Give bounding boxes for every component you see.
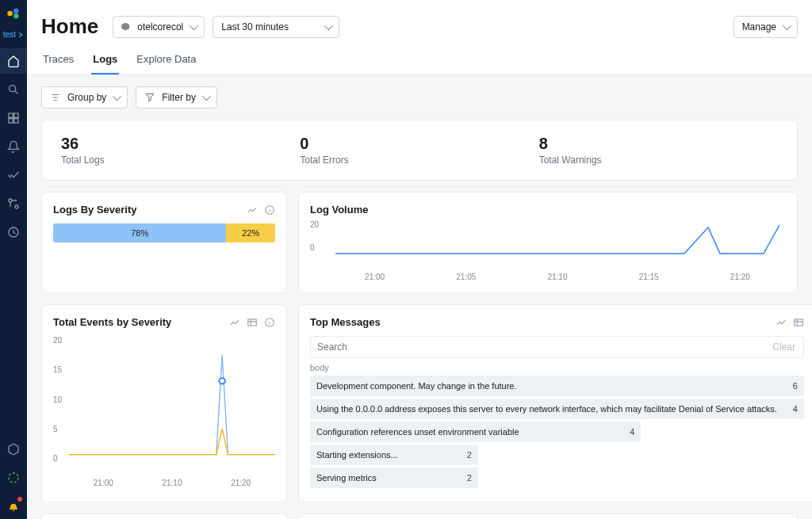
time-range-selector[interactable]: Last 30 minutes xyxy=(213,16,339,38)
stat-value: 36 xyxy=(61,135,300,153)
info-icon[interactable] xyxy=(264,204,275,216)
clear-button[interactable]: Clear xyxy=(764,337,803,357)
info-icon[interactable] xyxy=(264,317,275,328)
chevron-down-icon xyxy=(783,21,791,29)
topbar: Home otelcorecol Last 30 minutes Manage … xyxy=(27,0,812,75)
table-icon[interactable] xyxy=(247,317,258,328)
stat-label: Total Warnings xyxy=(539,155,778,166)
sidebar-item-home[interactable] xyxy=(0,48,27,74)
svg-rect-7 xyxy=(14,119,18,123)
tabs: Traces Logs Explore Data xyxy=(41,50,798,74)
sidebar-item-pipelines[interactable] xyxy=(0,191,27,216)
sidebar-item-slos[interactable] xyxy=(0,162,27,188)
hexagon-icon xyxy=(121,23,129,31)
filter-by-dropdown[interactable]: Filter by xyxy=(136,86,217,109)
severity-segment-warning[interactable]: 22% xyxy=(226,223,275,242)
message-count: 4 xyxy=(630,427,634,437)
y-tick: 0 xyxy=(53,454,62,463)
chart-icon[interactable] xyxy=(776,317,787,328)
sidebar-item-history[interactable] xyxy=(0,219,27,245)
group-by-dropdown[interactable]: Group by xyxy=(41,86,128,109)
chevron-down-icon xyxy=(202,92,211,101)
card-title: Logs By Severity xyxy=(53,204,137,216)
project-selector[interactable]: otelcorecol xyxy=(113,16,205,38)
message-count: 4 xyxy=(793,404,798,414)
message-text: Serving metrics xyxy=(316,473,393,483)
card-events-by-severity: Total Events by Severity 20 15 10 5 xyxy=(41,304,287,502)
x-tick: 21:15 xyxy=(639,273,659,281)
sidebar-item-datasets[interactable] xyxy=(0,437,27,462)
x-tick: 21:00 xyxy=(365,273,385,281)
tab-explore-data[interactable]: Explore Data xyxy=(135,50,197,74)
svg-point-1 xyxy=(13,8,19,13)
message-text: Configuration references unset environme… xyxy=(316,427,630,437)
search-input[interactable] xyxy=(311,337,764,357)
column-header: body xyxy=(310,363,804,372)
message-row[interactable]: Using the 0.0.0.0 address exposes this s… xyxy=(310,399,804,419)
severity-bar: 78% 22% xyxy=(53,223,275,242)
message-text: Development component. May change in the… xyxy=(316,381,793,391)
sidebar-item-usage[interactable] xyxy=(0,465,27,490)
y-tick: 0 xyxy=(310,243,319,252)
svg-point-14 xyxy=(219,378,224,384)
svg-point-10 xyxy=(9,473,18,483)
message-row[interactable]: Configuration references unset environme… xyxy=(310,422,641,442)
y-tick: 5 xyxy=(53,425,62,433)
card-title: Log Volume xyxy=(310,204,368,216)
log-volume-chart xyxy=(310,223,786,255)
sidebar-item-alerts[interactable] xyxy=(0,134,27,159)
stat-label: Total Errors xyxy=(300,155,538,166)
content: Group by Filter by 36 Total Logs 0 Total xyxy=(27,75,812,519)
severity-segment-info[interactable]: 78% xyxy=(53,223,226,242)
y-tick: 15 xyxy=(53,365,62,374)
project-name: otelcorecol xyxy=(137,21,183,32)
x-tick: 21:10 xyxy=(162,479,182,487)
stats-card: 36 Total Logs 0 Total Errors 8 Total War… xyxy=(41,120,798,181)
message-row[interactable]: Serving metrics 2 xyxy=(310,467,478,488)
sidebar: test xyxy=(0,0,27,519)
card-top-errors: Top Errors Clear xyxy=(298,513,798,519)
sidebar-item-query[interactable] xyxy=(0,77,27,102)
chart-icon[interactable] xyxy=(247,204,258,216)
message-count: 2 xyxy=(467,450,472,460)
messages-search: Clear xyxy=(310,336,804,358)
card-title: Total Events by Severity xyxy=(53,316,171,328)
tab-traces[interactable]: Traces xyxy=(41,50,75,74)
chevron-down-icon xyxy=(113,92,121,101)
card-top-messages: Top Messages Clear body Development comp… xyxy=(298,304,812,502)
chart-icon[interactable] xyxy=(229,317,240,328)
filter-icon xyxy=(144,92,155,103)
list-icon xyxy=(50,92,61,103)
chevron-down-icon xyxy=(324,21,333,29)
svg-rect-12 xyxy=(248,319,257,325)
stat-total-logs: 36 Total Logs xyxy=(61,135,300,166)
svg-point-3 xyxy=(10,86,16,92)
time-range-label: Last 30 minutes xyxy=(221,21,289,32)
svg-rect-4 xyxy=(9,113,13,117)
svg-point-2 xyxy=(13,13,19,19)
y-tick: 10 xyxy=(53,395,62,404)
message-row[interactable]: Development component. May change in the… xyxy=(310,376,804,396)
manage-button[interactable]: Manage xyxy=(733,16,798,38)
message-row[interactable]: Starting extensions... 2 xyxy=(310,445,478,465)
manage-label: Manage xyxy=(742,21,776,32)
group-by-label: Group by xyxy=(67,92,106,103)
logo-icon xyxy=(5,5,22,22)
stat-value: 0 xyxy=(300,135,538,153)
svg-rect-6 xyxy=(9,119,13,123)
table-icon[interactable] xyxy=(793,317,804,328)
stat-label: Total Logs xyxy=(61,155,300,166)
y-tick: 20 xyxy=(53,336,62,345)
filter-by-label: Filter by xyxy=(162,92,196,103)
sidebar-item-notifications[interactable] xyxy=(0,494,27,519)
environment-label[interactable]: test xyxy=(0,29,27,40)
stat-value: 8 xyxy=(539,135,778,153)
sidebar-item-boards[interactable] xyxy=(0,105,27,131)
x-tick: 21:05 xyxy=(456,273,476,281)
x-tick: 21:00 xyxy=(94,479,113,487)
stat-total-errors: 0 Total Errors xyxy=(300,135,538,166)
svg-rect-5 xyxy=(14,113,18,117)
message-count: 2 xyxy=(467,473,472,483)
chevron-down-icon xyxy=(190,21,198,29)
tab-logs[interactable]: Logs xyxy=(91,50,119,74)
